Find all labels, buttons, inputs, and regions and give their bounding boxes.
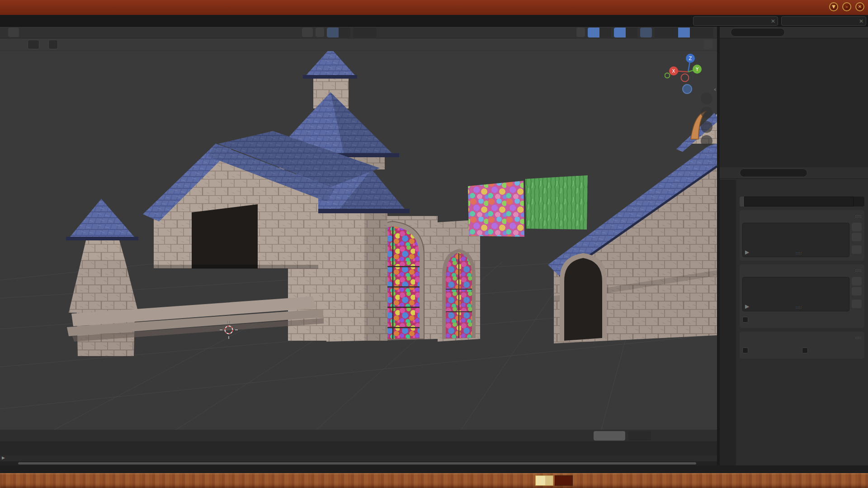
zoom-button[interactable]	[701, 93, 712, 104]
object-visibility-selector[interactable]	[576, 28, 585, 37]
vertex-groups-list[interactable]: ▶ ∷∷	[742, 223, 849, 257]
vertex-groups-header[interactable]: ∷∷	[742, 212, 862, 221]
remove-viewlayer-icon[interactable]: ✕	[859, 18, 863, 24]
panel-grip[interactable]: ∷∷	[856, 336, 862, 340]
overlays-options[interactable]	[626, 28, 637, 38]
list-grip[interactable]: ∷∷	[796, 251, 802, 256]
drag-selector[interactable]	[48, 40, 58, 49]
shading-material-button[interactable]	[678, 28, 690, 38]
panel-grip[interactable]: ∷∷	[856, 268, 862, 273]
desktop-taskbar	[0, 473, 868, 488]
remove-shape-key-button[interactable]	[852, 287, 862, 296]
cast-shadows-checkbox[interactable]	[742, 347, 748, 353]
timeline-editor: ▶	[0, 430, 717, 465]
timeline-ruler[interactable]	[0, 442, 717, 455]
svg-text:Z: Z	[689, 56, 692, 61]
falloff-selector[interactable]	[365, 28, 377, 38]
outliner-editor	[720, 27, 868, 167]
snap-mode-selector[interactable]	[339, 28, 350, 38]
viewport-header	[0, 27, 717, 38]
snap-toggle[interactable]	[327, 28, 339, 38]
shading-rendered-button[interactable]	[690, 28, 702, 38]
jump-to-end-button[interactable]	[387, 431, 396, 440]
add-shape-key-button[interactable]	[852, 277, 862, 286]
scene-render	[0, 51, 717, 430]
frame-range-fields[interactable]	[628, 431, 651, 441]
shading-options[interactable]	[702, 28, 713, 38]
current-frame-field[interactable]	[594, 431, 625, 441]
breadcrumb	[740, 183, 864, 192]
play-reverse-button[interactable]	[357, 431, 366, 440]
shading-solid-button[interactable]	[666, 28, 678, 38]
next-keyframe-button[interactable]	[377, 431, 386, 440]
shape-keys-header[interactable]: ∷∷	[742, 266, 862, 275]
options-dropdown[interactable]	[704, 40, 712, 49]
desktop-1[interactable]	[535, 475, 553, 486]
list-expand-arrow[interactable]: ▶	[745, 249, 749, 255]
svg-text:X: X	[672, 69, 675, 74]
list-grip[interactable]: ∷∷	[796, 305, 802, 310]
properties-tabs	[720, 180, 736, 465]
transform-orientation-selector[interactable]	[302, 28, 313, 37]
window-shade-button[interactable]: ▼	[829, 2, 838, 11]
receive-shadows-checkbox[interactable]	[802, 347, 808, 353]
tool-settings-bar	[0, 38, 717, 51]
panel-grip[interactable]: ∷∷	[856, 214, 862, 219]
remove-vertex-group-button[interactable]	[852, 233, 862, 241]
viewlayer-selector[interactable]: ✕	[781, 16, 866, 26]
ortho-toggle-button[interactable]	[701, 135, 712, 147]
window-minimize-button[interactable]: –	[842, 2, 851, 11]
vertex-groups-panel: ∷∷ ▶ ∷∷	[740, 210, 864, 261]
camera-view-button[interactable]	[701, 121, 712, 133]
orientation-selector[interactable]	[28, 40, 39, 49]
mode-selector[interactable]	[8, 28, 19, 37]
window-titlebar[interactable]: ▼ – ✕	[0, 0, 868, 15]
sidebar-toggle[interactable]: ‹	[714, 86, 716, 93]
xray-toggle[interactable]	[640, 28, 652, 38]
proportional-edit-toggle[interactable]	[353, 28, 365, 38]
blender-desktop: ▼ – ✕ ✕ ✕	[0, 0, 868, 488]
add-rest-position-checkbox[interactable]	[742, 317, 748, 323]
babylon-panel: ∷∷	[740, 332, 864, 359]
list-expand-arrow[interactable]: ▶	[745, 303, 749, 310]
viewport-3d[interactable]: Z X Y ‹	[0, 51, 717, 430]
desktop-2[interactable]	[555, 475, 573, 486]
gizmos-toggle[interactable]	[588, 28, 599, 38]
shape-key-specials[interactable]	[852, 300, 862, 308]
scene-selector[interactable]: ✕	[693, 16, 778, 26]
jump-to-start-button[interactable]	[337, 431, 346, 440]
gizmos-options[interactable]	[599, 28, 611, 38]
add-vertex-group-button[interactable]	[852, 223, 862, 231]
unlink-scene-icon[interactable]: ✕	[771, 18, 775, 24]
desktop-pager[interactable]	[535, 475, 573, 486]
texture-plane-voronoi	[468, 181, 524, 237]
texture-plane-green	[525, 175, 588, 230]
babylon-panel-header[interactable]: ∷∷	[742, 333, 862, 343]
shape-keys-list[interactable]: ▶ ∷∷	[742, 277, 849, 311]
pan-button[interactable]	[701, 107, 712, 118]
outliner-search-input[interactable]	[731, 28, 785, 37]
pivot-point-selector[interactable]	[316, 28, 324, 37]
prev-keyframe-button[interactable]	[347, 431, 356, 440]
status-bar	[0, 465, 868, 473]
shading-wireframe-button[interactable]	[655, 28, 666, 38]
properties-search-input[interactable]	[740, 169, 807, 177]
channel-expand-arrow[interactable]: ▶	[2, 455, 5, 460]
timeline-track[interactable]: ▶	[0, 455, 717, 461]
vertex-group-specials[interactable]	[852, 245, 862, 254]
timeline-scrollbar[interactable]	[0, 461, 717, 465]
svg-text:Y: Y	[695, 67, 699, 72]
overlays-toggle[interactable]	[614, 28, 626, 38]
properties-editor: ∷∷ ▶ ∷∷ ∷∷	[720, 167, 868, 465]
play-button[interactable]	[367, 431, 376, 440]
datablock-name-field[interactable]	[740, 197, 864, 206]
window-close-button[interactable]: ✕	[855, 2, 864, 11]
shape-keys-panel: ∷∷ ▶ ∷∷	[740, 264, 864, 328]
